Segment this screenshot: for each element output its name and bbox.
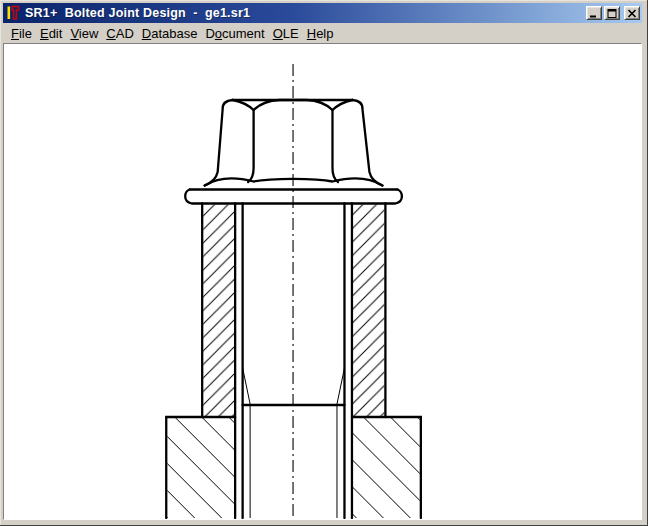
menu-item-cad[interactable]: CAD xyxy=(102,23,137,44)
drawing-canvas[interactable] xyxy=(3,43,642,520)
title-bar[interactable]: SR1+ Bolted Joint Design - ge1.sr1 xyxy=(3,3,642,23)
window-title: SR1+ Bolted Joint Design - ge1.sr1 xyxy=(25,6,586,20)
base-plate-right-hatch xyxy=(353,418,420,518)
menu-bar: FileEditViewCADDatabaseDocumentOLEHelp xyxy=(3,23,642,43)
app-bolt-icon[interactable] xyxy=(5,5,21,21)
clamp-sleeve-left-hatch xyxy=(203,205,234,417)
close-button[interactable] xyxy=(624,6,640,20)
menu-item-ole[interactable]: OLE xyxy=(269,23,303,44)
menu-item-edit[interactable]: Edit xyxy=(36,23,66,44)
minimize-icon xyxy=(589,9,599,18)
menu-item-view[interactable]: View xyxy=(66,23,102,44)
menu-item-help[interactable]: Help xyxy=(303,23,338,44)
maximize-button[interactable] xyxy=(604,6,620,20)
cad-drawing xyxy=(4,44,641,519)
menu-item-document[interactable]: Document xyxy=(201,23,268,44)
menu-item-database[interactable]: Database xyxy=(138,23,202,44)
canvas-background xyxy=(4,44,641,519)
window-controls xyxy=(586,6,640,20)
maximize-icon xyxy=(607,9,617,18)
minimize-button[interactable] xyxy=(586,6,602,20)
base-plate-left-hatch xyxy=(167,418,234,518)
close-icon xyxy=(627,9,637,18)
clamp-sleeve-right-hatch xyxy=(353,205,384,417)
menu-item-file[interactable]: File xyxy=(7,23,36,44)
app-window: SR1+ Bolted Joint Design - ge1.sr1 FileE… xyxy=(0,0,648,526)
